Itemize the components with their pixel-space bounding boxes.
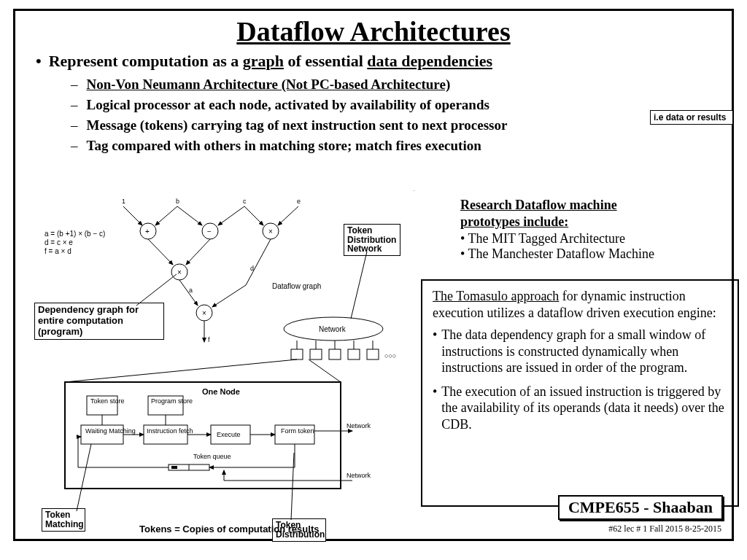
research-item-0: The MIT Tagged Architecture xyxy=(460,231,738,246)
lbl-form: Form token xyxy=(281,427,314,435)
sub-bullet-1-text: Logical processor at each node, activate… xyxy=(87,97,489,113)
svg-rect-25 xyxy=(310,349,322,359)
svg-rect-29 xyxy=(348,349,360,359)
main-bullet-mid: of essential xyxy=(284,52,367,70)
research-hdr-l2: prototypes include: xyxy=(460,214,738,230)
node-times-3: × xyxy=(202,309,206,317)
research-prototypes: Research Dataflow machine prototypes inc… xyxy=(460,198,738,262)
lbl-a: a xyxy=(189,287,193,294)
tomasulo-item-0-text: The data dependency graph for a small wi… xyxy=(441,327,727,376)
main-bullet-u2: data dependencies xyxy=(367,52,492,70)
callout-data-results: i.e data or results xyxy=(650,110,733,125)
svg-line-12 xyxy=(186,239,210,265)
svg-line-11 xyxy=(148,239,173,265)
lbl-execute: Execute xyxy=(217,431,241,438)
svg-line-2 xyxy=(123,206,142,225)
lbl-ifetch: Instruction fetch xyxy=(147,427,193,435)
lbl-f: f xyxy=(208,336,210,343)
tomasulo-item-1: •The execution of an issued instruction … xyxy=(433,384,727,433)
main-bullet: • Represent computation as a graph of es… xyxy=(36,52,732,71)
main-bullet-u1: graph xyxy=(243,52,284,70)
ellipsis-dots: ○○○ xyxy=(384,352,396,359)
bullets-area: • Represent computation as a graph of es… xyxy=(36,52,732,154)
sub-bullet-2-text: Message (tokens) carrying tag of next in… xyxy=(87,117,508,133)
tomasulo-item-1-text: The execution of an issued instruction i… xyxy=(441,384,727,433)
tokens-copies-caption: Tokens = Copies of computation results xyxy=(139,524,319,534)
svg-rect-49 xyxy=(171,466,177,469)
main-bullet-text: Represent computation as a graph of esse… xyxy=(49,52,492,71)
lbl-token-store: Token store xyxy=(90,397,125,405)
svg-line-3 xyxy=(155,206,177,225)
slide-frame: Dataflow Architectures • Represent compu… xyxy=(13,9,734,541)
sub-bullet-0: –Non-Von Neumann Architecture (Not PC-ba… xyxy=(71,77,732,93)
svg-line-19 xyxy=(136,274,177,306)
svg-line-6 xyxy=(244,206,263,225)
tomasulo-lead: The Tomasulo approach for dynamic instru… xyxy=(433,288,727,321)
lbl-b: b xyxy=(176,198,179,205)
node-times-2: × xyxy=(177,268,182,276)
lbl-network-out1: Network xyxy=(347,422,371,429)
svg-line-21 xyxy=(351,252,367,319)
sub-bullet-3-text: Tag compared with others in matching sto… xyxy=(87,138,481,154)
lbl-network-oval: Network xyxy=(319,325,347,333)
lbl-one-node: One Node xyxy=(202,387,240,396)
sub-bullet-3: –Tag compared with others in matching st… xyxy=(71,138,732,154)
lbl-token-queue: Token queue xyxy=(193,453,231,460)
slide-title: Dataflow Architectures xyxy=(15,15,732,47)
svg-line-16 xyxy=(179,280,198,306)
lbl-network-out2: Network xyxy=(347,472,371,479)
course-label: CMPE655 - Shaaban xyxy=(558,495,723,520)
sub-bullet-2: –Message (tokens) carrying tag of next i… xyxy=(71,117,732,133)
node-times-1: × xyxy=(268,228,273,236)
svg-line-4 xyxy=(177,206,202,225)
svg-line-32 xyxy=(65,359,297,382)
lbl-d: d xyxy=(250,265,254,272)
tomasulo-lead-u: The Tomasulo approach xyxy=(433,289,559,303)
svg-rect-31 xyxy=(367,349,379,359)
tomasulo-box: The Tomasulo approach for dynamic instru… xyxy=(421,279,739,507)
main-bullet-pre: Represent computation as a xyxy=(49,52,243,70)
research-hdr-l1: Research Dataflow machine xyxy=(460,198,738,213)
research-item-1: The Manchester Dataflow Machine xyxy=(460,246,738,262)
sub-bullet-0-text: Non-Von Neumann Architecture (Not PC-bas… xyxy=(87,77,451,93)
lbl-program-store: Program store xyxy=(151,397,193,405)
svg-rect-27 xyxy=(329,349,341,359)
node-minus: − xyxy=(207,228,212,236)
lbl-dataflow-graph: Dataflow graph xyxy=(272,282,321,290)
node-plus: + xyxy=(145,228,150,236)
network-node-stubs: ○○○ xyxy=(291,341,396,359)
svg-line-14 xyxy=(212,285,246,307)
lbl-e: e xyxy=(297,198,301,205)
sub-bullet-1: –Logical processor at each node, activat… xyxy=(71,97,732,113)
svg-line-7 xyxy=(278,206,298,225)
lbl-waiting: Waiting Matching xyxy=(85,427,136,435)
svg-rect-23 xyxy=(291,349,303,359)
svg-line-5 xyxy=(218,206,244,225)
svg-line-33 xyxy=(309,359,341,382)
tomasulo-item-0: •The data dependency graph for a small w… xyxy=(433,327,727,376)
footer-meta: #62 lec # 1 Fall 2015 8-25-2015 xyxy=(608,524,721,534)
lbl-c: c xyxy=(243,198,247,205)
sub-bullets: –Non-Von Neumann Architecture (Not PC-ba… xyxy=(71,77,732,154)
bullet-dot: • xyxy=(36,52,42,71)
diagram: 1 b c e + − × d × a × f Dataflow graph xyxy=(34,190,421,533)
svg-line-13 xyxy=(246,239,271,285)
lbl-1: 1 xyxy=(122,198,125,205)
